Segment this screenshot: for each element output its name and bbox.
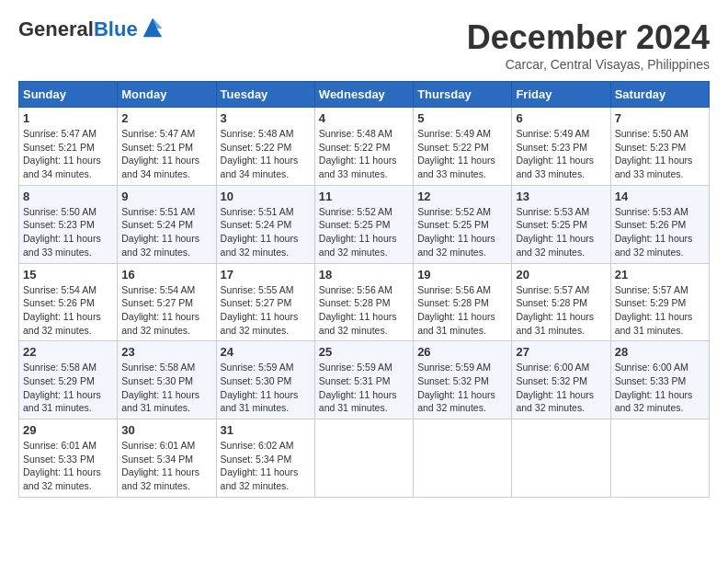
day-number: 28 — [615, 345, 705, 359]
day-info: Sunrise: 5:52 AMSunset: 5:25 PMDaylight:… — [319, 205, 409, 259]
day-info: Sunrise: 5:59 AMSunset: 5:30 PMDaylight:… — [221, 361, 311, 415]
calendar-cell: 3Sunrise: 5:48 AMSunset: 5:22 PMDaylight… — [216, 108, 314, 186]
calendar-cell: 24Sunrise: 5:59 AMSunset: 5:30 PMDayligh… — [216, 341, 314, 419]
calendar-header: SundayMondayTuesdayWednesdayThursdayFrid… — [19, 82, 710, 108]
day-header-friday: Friday — [512, 82, 610, 108]
calendar-cell: 8Sunrise: 5:50 AMSunset: 5:23 PMDaylight… — [19, 185, 118, 263]
calendar-cell: 20Sunrise: 5:57 AMSunset: 5:28 PMDayligh… — [512, 263, 610, 341]
day-number: 8 — [23, 190, 113, 203]
day-number: 18 — [319, 268, 409, 282]
calendar-cell: 21Sunrise: 5:57 AMSunset: 5:29 PMDayligh… — [610, 263, 709, 341]
calendar-cell: 23Sunrise: 5:58 AMSunset: 5:30 PMDayligh… — [118, 341, 216, 419]
day-number: 5 — [417, 111, 507, 125]
day-info: Sunrise: 5:58 AMSunset: 5:30 PMDaylight:… — [121, 361, 211, 415]
day-info: Sunrise: 5:56 AMSunset: 5:28 PMDaylight:… — [417, 283, 507, 338]
calendar-cell: 1Sunrise: 5:47 AMSunset: 5:21 PMDaylight… — [19, 108, 118, 186]
calendar-cell: 25Sunrise: 5:59 AMSunset: 5:31 PMDayligh… — [314, 341, 413, 419]
calendar-cell: 29Sunrise: 6:01 AMSunset: 5:33 PMDayligh… — [19, 419, 118, 498]
day-number: 7 — [615, 111, 705, 125]
day-number: 22 — [23, 345, 113, 359]
day-info: Sunrise: 5:54 AMSunset: 5:26 PMDaylight:… — [23, 283, 113, 338]
calendar-cell: 31Sunrise: 6:02 AMSunset: 5:34 PMDayligh… — [216, 419, 314, 498]
day-info: Sunrise: 6:00 AMSunset: 5:32 PMDaylight:… — [516, 361, 606, 415]
calendar-body: 1Sunrise: 5:47 AMSunset: 5:21 PMDaylight… — [19, 108, 710, 498]
day-info: Sunrise: 5:57 AMSunset: 5:28 PMDaylight:… — [516, 283, 606, 338]
calendar-cell: 9Sunrise: 5:51 AMSunset: 5:24 PMDaylight… — [118, 185, 216, 263]
calendar-cell — [610, 419, 709, 498]
day-info: Sunrise: 5:53 AMSunset: 5:25 PMDaylight:… — [516, 205, 606, 259]
day-number: 13 — [516, 190, 606, 203]
day-number: 29 — [23, 423, 113, 437]
calendar-cell: 14Sunrise: 5:53 AMSunset: 5:26 PMDayligh… — [610, 185, 709, 263]
day-info: Sunrise: 5:47 AMSunset: 5:21 PMDaylight:… — [23, 127, 113, 181]
day-number: 9 — [121, 190, 211, 203]
calendar-cell: 10Sunrise: 5:51 AMSunset: 5:24 PMDayligh… — [216, 185, 314, 263]
day-header-wednesday: Wednesday — [314, 82, 413, 108]
day-header-sunday: Sunday — [19, 82, 118, 108]
calendar-cell: 30Sunrise: 6:01 AMSunset: 5:34 PMDayligh… — [118, 419, 216, 498]
day-number: 30 — [121, 423, 211, 437]
calendar-cell: 12Sunrise: 5:52 AMSunset: 5:25 PMDayligh… — [414, 185, 512, 263]
day-number: 6 — [516, 111, 606, 125]
calendar-cell: 22Sunrise: 5:58 AMSunset: 5:29 PMDayligh… — [19, 341, 118, 419]
day-number: 26 — [417, 345, 507, 359]
day-number: 4 — [319, 111, 409, 125]
day-info: Sunrise: 5:51 AMSunset: 5:24 PMDaylight:… — [221, 205, 311, 259]
calendar-week-row: 22Sunrise: 5:58 AMSunset: 5:29 PMDayligh… — [19, 341, 710, 419]
calendar-cell: 11Sunrise: 5:52 AMSunset: 5:25 PMDayligh… — [314, 185, 413, 263]
day-number: 31 — [221, 423, 311, 437]
day-info: Sunrise: 6:01 AMSunset: 5:34 PMDaylight:… — [121, 439, 211, 493]
day-number: 15 — [23, 268, 113, 282]
logo-text: GeneralBlue — [18, 18, 138, 40]
calendar-cell: 4Sunrise: 5:48 AMSunset: 5:22 PMDaylight… — [314, 108, 413, 186]
day-header-monday: Monday — [118, 82, 216, 108]
day-number: 27 — [516, 345, 606, 359]
day-info: Sunrise: 5:48 AMSunset: 5:22 PMDaylight:… — [221, 127, 311, 181]
title-block: December 2024 Carcar, Central Visayas, P… — [467, 18, 710, 72]
calendar-week-row: 1Sunrise: 5:47 AMSunset: 5:21 PMDaylight… — [19, 108, 710, 186]
calendar-week-row: 15Sunrise: 5:54 AMSunset: 5:26 PMDayligh… — [19, 263, 710, 341]
calendar-week-row: 29Sunrise: 6:01 AMSunset: 5:33 PMDayligh… — [19, 419, 710, 498]
calendar-table: SundayMondayTuesdayWednesdayThursdayFrid… — [18, 81, 710, 498]
day-info: Sunrise: 5:56 AMSunset: 5:28 PMDaylight:… — [319, 283, 409, 338]
day-info: Sunrise: 5:58 AMSunset: 5:29 PMDaylight:… — [23, 361, 113, 415]
day-number: 17 — [221, 268, 311, 282]
day-number: 20 — [516, 268, 606, 282]
day-info: Sunrise: 5:57 AMSunset: 5:29 PMDaylight:… — [615, 283, 705, 338]
day-number: 2 — [121, 111, 211, 125]
calendar-cell: 16Sunrise: 5:54 AMSunset: 5:27 PMDayligh… — [118, 263, 216, 341]
day-info: Sunrise: 5:52 AMSunset: 5:25 PMDaylight:… — [417, 205, 507, 259]
calendar-cell: 19Sunrise: 5:56 AMSunset: 5:28 PMDayligh… — [414, 263, 512, 341]
calendar-cell: 2Sunrise: 5:47 AMSunset: 5:21 PMDaylight… — [118, 108, 216, 186]
day-info: Sunrise: 5:55 AMSunset: 5:27 PMDaylight:… — [221, 283, 311, 338]
location: Carcar, Central Visayas, Philippines — [467, 57, 710, 72]
day-number: 21 — [615, 268, 705, 282]
day-number: 10 — [221, 190, 311, 203]
day-info: Sunrise: 5:59 AMSunset: 5:32 PMDaylight:… — [417, 361, 507, 415]
day-number: 14 — [615, 190, 705, 203]
calendar-cell: 27Sunrise: 6:00 AMSunset: 5:32 PMDayligh… — [512, 341, 610, 419]
day-info: Sunrise: 5:49 AMSunset: 5:23 PMDaylight:… — [516, 127, 606, 181]
calendar-cell: 28Sunrise: 6:00 AMSunset: 5:33 PMDayligh… — [610, 341, 709, 419]
calendar-week-row: 8Sunrise: 5:50 AMSunset: 5:23 PMDaylight… — [19, 185, 710, 263]
day-number: 1 — [23, 111, 113, 125]
day-info: Sunrise: 5:50 AMSunset: 5:23 PMDaylight:… — [615, 127, 705, 181]
day-info: Sunrise: 5:49 AMSunset: 5:22 PMDaylight:… — [417, 127, 507, 181]
day-info: Sunrise: 5:54 AMSunset: 5:27 PMDaylight:… — [121, 283, 211, 338]
day-info: Sunrise: 5:53 AMSunset: 5:26 PMDaylight:… — [615, 205, 705, 259]
calendar-cell: 26Sunrise: 5:59 AMSunset: 5:32 PMDayligh… — [414, 341, 512, 419]
day-header-thursday: Thursday — [414, 82, 512, 108]
day-number: 11 — [319, 190, 409, 203]
day-number: 3 — [221, 111, 311, 125]
day-info: Sunrise: 6:01 AMSunset: 5:33 PMDaylight:… — [23, 439, 113, 493]
day-header-tuesday: Tuesday — [216, 82, 314, 108]
day-info: Sunrise: 5:48 AMSunset: 5:22 PMDaylight:… — [319, 127, 409, 181]
day-info: Sunrise: 5:59 AMSunset: 5:31 PMDaylight:… — [319, 361, 409, 415]
calendar-cell: 13Sunrise: 5:53 AMSunset: 5:25 PMDayligh… — [512, 185, 610, 263]
day-info: Sunrise: 5:47 AMSunset: 5:21 PMDaylight:… — [121, 127, 211, 181]
day-number: 12 — [417, 190, 507, 203]
page-header: GeneralBlue December 2024 Carcar, Centra… — [18, 18, 710, 72]
day-info: Sunrise: 5:51 AMSunset: 5:24 PMDaylight:… — [121, 205, 211, 259]
calendar-cell — [314, 419, 413, 498]
calendar-cell: 5Sunrise: 5:49 AMSunset: 5:22 PMDaylight… — [414, 108, 512, 186]
